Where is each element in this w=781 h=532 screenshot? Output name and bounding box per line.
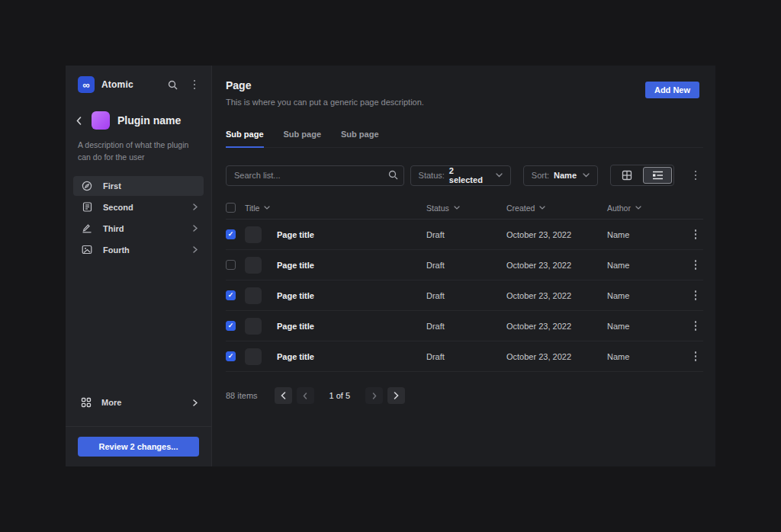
row-actions-kebab-icon[interactable] [688,288,703,303]
sidebar: ∞ Atomic Plugin name A description of wh… [66,66,212,466]
row-checkbox[interactable] [226,290,236,300]
list-toolbar: Status: 2 selected Sort: Name [226,165,703,186]
row-actions-kebab-icon[interactable] [688,258,703,273]
column-header-author[interactable]: Author [607,204,689,213]
author-cell: Name [607,291,689,300]
chevron-right-icon [193,246,198,253]
sidebar-item-label: Fourth [103,245,183,255]
chevron-down-icon [454,206,460,210]
last-page-button[interactable] [387,387,405,404]
plugin-icon [92,111,110,130]
pagination: 88 items 1 of 5 [226,387,703,404]
table-header-row: Title Status Created [226,197,703,220]
page-indicator: 1 of 5 [329,391,351,400]
sort-dropdown[interactable]: Sort: Name [523,165,598,186]
table-row: Page title Draft October 23, 2022 Name [226,250,703,280]
previous-page-button[interactable] [297,387,314,404]
grid-more-icon [81,397,92,408]
table-row: Page title Draft October 23, 2022 Name [226,311,703,341]
row-checkbox[interactable] [226,321,236,331]
chevron-down-icon [583,173,590,178]
sidebar-item-label: Second [103,203,183,212]
sidebar-item-first[interactable]: First [73,176,204,196]
author-cell: Name [607,322,689,331]
sidebar-item-label: More [101,398,183,407]
page-thumbnail [245,348,262,365]
table-row: Page title Draft October 23, 2022 Name [226,220,703,250]
tab-bar: Sub page Sub page Sub page [226,125,703,148]
pages-table: Title Status Created [226,197,703,372]
compass-pen-icon [81,181,93,191]
next-page-button[interactable] [365,387,383,404]
chevron-right-icon [193,204,198,210]
plugin-description: A description of what the plugin can do … [66,130,211,164]
status-filter-value: 2 selected [449,166,490,184]
sort-label: Sort: [532,171,549,180]
page-thumbnail [245,287,262,304]
sidebar-item-label: First [103,181,198,191]
page-thumbnail [245,226,262,243]
review-changes-button[interactable]: Review 2 changes... [78,437,199,457]
document-icon [81,202,93,212]
sidebar-item-more[interactable]: More [66,391,211,414]
image-icon [81,245,93,255]
grid-view-icon[interactable] [612,167,641,184]
sort-value: Name [554,171,577,180]
status-cell: Draft [426,352,506,361]
row-checkbox[interactable] [226,229,236,239]
sidebar-item-fourth[interactable]: Fourth [73,240,204,260]
tab-sub-page-1[interactable]: Sub page [226,125,264,148]
app-name: Atomic [101,79,133,90]
sidebar-item-third[interactable]: Third [73,219,204,239]
created-cell: October 23, 2022 [506,230,607,239]
search-icon[interactable] [165,77,180,92]
signature-icon [81,223,93,233]
sidebar-header: ∞ Atomic [66,66,211,104]
select-all-checkbox[interactable] [226,203,236,213]
row-actions-kebab-icon[interactable] [688,349,703,364]
search-input[interactable] [226,165,404,186]
status-cell: Draft [426,261,506,270]
page-title: Page [226,79,703,91]
page-title-cell[interactable]: Page title [269,352,426,361]
page-title-cell[interactable]: Page title [269,291,426,300]
app-window: ∞ Atomic Plugin name A description of wh… [66,66,715,466]
author-cell: Name [607,261,689,270]
status-cell: Draft [426,291,506,300]
column-header-status[interactable]: Status [426,204,506,213]
list-view-icon[interactable] [643,167,672,184]
view-toggle [610,165,674,186]
page-description: This is where you can put a generic page… [226,98,703,107]
items-count: 88 items [226,391,258,400]
row-actions-kebab-icon[interactable] [688,227,703,242]
created-cell: October 23, 2022 [506,291,607,300]
row-checkbox[interactable] [226,260,236,270]
tab-sub-page-2[interactable]: Sub page [284,125,322,148]
column-header-title[interactable]: Title [245,204,426,213]
page-title-cell[interactable]: Page title [269,230,426,239]
created-cell: October 23, 2022 [506,352,607,361]
sidebar-menu-kebab-icon[interactable] [187,77,202,92]
created-cell: October 23, 2022 [506,322,607,331]
page-thumbnail [245,318,262,335]
chevron-right-icon [193,399,198,406]
status-filter-dropdown[interactable]: Status: 2 selected [410,165,511,186]
add-new-button[interactable]: Add New [645,82,699,98]
page-title-cell[interactable]: Page title [269,322,426,331]
row-checkbox[interactable] [226,351,236,361]
author-cell: Name [607,230,689,239]
tab-sub-page-3[interactable]: Sub page [341,125,379,148]
table-row: Page title Draft October 23, 2022 Name [226,280,703,311]
list-options-kebab-icon[interactable] [688,168,703,183]
page-thumbnail [245,257,262,274]
chevron-right-icon [193,225,198,232]
column-header-created[interactable]: Created [506,204,607,213]
plugin-name: Plugin name [117,114,181,127]
back-chevron-icon[interactable] [73,117,84,125]
search-icon [388,170,398,180]
sidebar-item-label: Third [103,224,183,233]
row-actions-kebab-icon[interactable] [688,319,703,334]
sidebar-item-second[interactable]: Second [73,197,204,217]
page-title-cell[interactable]: Page title [269,261,426,270]
first-page-button[interactable] [275,387,292,404]
